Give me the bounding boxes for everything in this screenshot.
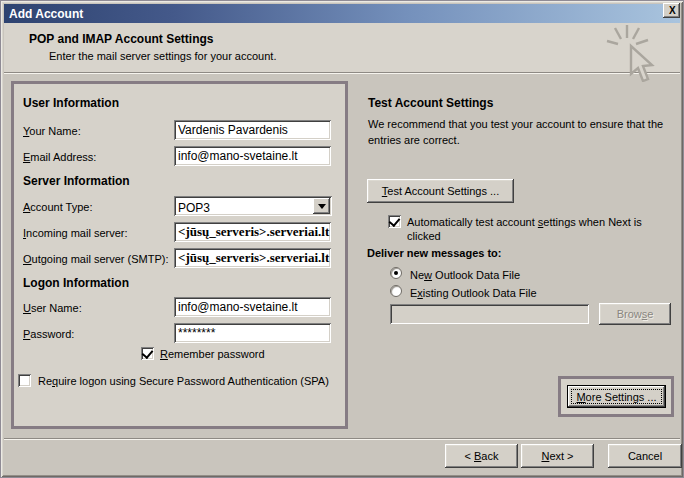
existing-data-file-label: Existing Outlook Data File bbox=[410, 286, 537, 300]
auto-test-label: Automatically test account settings when… bbox=[407, 215, 647, 243]
browse-button[interactable]: Browse bbox=[599, 303, 671, 325]
outgoing-server-input[interactable] bbox=[174, 248, 331, 268]
account-type-label: Account Type: bbox=[23, 201, 93, 213]
incoming-server-input[interactable] bbox=[174, 222, 331, 242]
email-address-input[interactable] bbox=[174, 146, 331, 166]
require-spa-checkbox[interactable] bbox=[18, 374, 31, 387]
new-data-file-radio[interactable] bbox=[390, 267, 402, 279]
window-title: Add Account bbox=[9, 7, 83, 21]
password-label: Password: bbox=[23, 328, 74, 340]
incoming-server-label: Incoming mail server: bbox=[23, 227, 128, 239]
existing-file-path-input[interactable] bbox=[390, 304, 589, 324]
cancel-button[interactable]: Cancel bbox=[608, 444, 682, 468]
email-address-label: Email Address: bbox=[23, 151, 96, 163]
your-name-label: Your Name: bbox=[23, 125, 81, 137]
new-data-file-label: New Outlook Data File bbox=[410, 268, 520, 282]
title-bar: Add Account bbox=[4, 4, 680, 23]
password-input[interactable] bbox=[174, 323, 331, 343]
close-button[interactable]: X bbox=[663, 3, 680, 18]
click-cursor-icon bbox=[606, 24, 668, 82]
section-user-information: User Information bbox=[23, 96, 119, 110]
existing-data-file-radio[interactable] bbox=[390, 285, 402, 297]
back-button[interactable]: < Back bbox=[445, 444, 518, 468]
test-settings-title: Test Account Settings bbox=[368, 96, 493, 110]
page-subtitle: Enter the mail server settings for your … bbox=[49, 50, 276, 62]
test-account-settings-button[interactable]: Test Account Settings ... bbox=[367, 179, 514, 203]
account-settings-panel: User Information Your Name: Email Addres… bbox=[11, 81, 348, 429]
user-name-label: User Name: bbox=[23, 302, 82, 314]
require-spa-label: Require logon using Secure Password Auth… bbox=[38, 374, 338, 388]
remember-password-checkbox[interactable] bbox=[141, 347, 154, 360]
dropdown-button[interactable] bbox=[313, 198, 330, 214]
next-button[interactable]: Next > bbox=[521, 444, 594, 468]
auto-test-checkbox[interactable] bbox=[388, 215, 401, 228]
your-name-input[interactable] bbox=[174, 120, 331, 140]
wizard-header: POP and IMAP Account Settings Enter the … bbox=[4, 23, 680, 73]
account-type-dropdown[interactable]: POP3 bbox=[174, 196, 332, 216]
add-account-dialog: Add Account X POP and IMAP Account Setti… bbox=[0, 0, 684, 478]
more-settings-button[interactable]: More Settings ... bbox=[567, 385, 666, 408]
page-title: POP and IMAP Account Settings bbox=[29, 32, 213, 46]
remember-password-label: Remember password bbox=[160, 347, 265, 361]
deliver-messages-title: Deliver new messages to: bbox=[367, 247, 502, 259]
footer-separator bbox=[4, 438, 680, 440]
chevron-down-icon bbox=[318, 204, 326, 209]
account-type-value: POP3 bbox=[178, 201, 332, 215]
section-server-information: Server Information bbox=[23, 174, 130, 188]
outgoing-server-label: Outgoing mail server (SMTP): bbox=[23, 253, 169, 265]
section-logon-information: Logon Information bbox=[23, 276, 129, 290]
user-name-input[interactable] bbox=[174, 297, 331, 317]
test-settings-description: We recommend that you test your account … bbox=[368, 116, 680, 148]
